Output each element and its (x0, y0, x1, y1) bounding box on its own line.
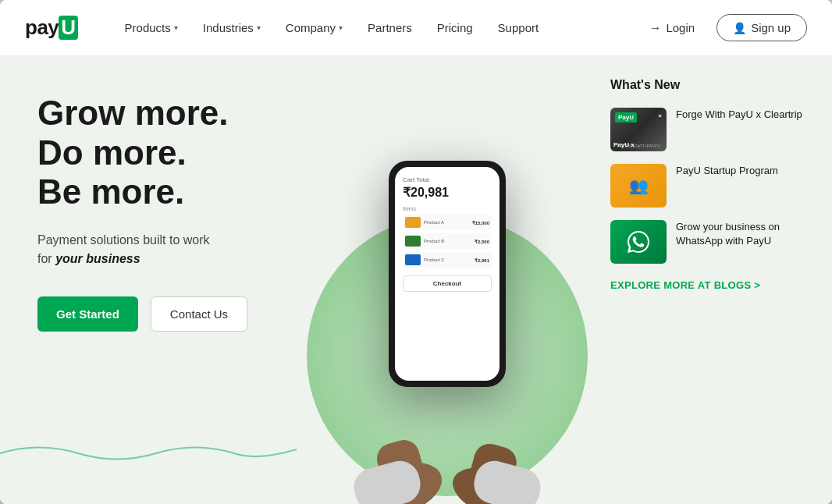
phone-item-2: Product B ₹2,500 (403, 233, 492, 249)
navbar: payU Products ▾ Industries ▾ Company ▾ P… (0, 0, 832, 56)
nav-actions: → Login 👤 Sign up (636, 14, 807, 41)
nav-item-partners[interactable]: Partners (358, 15, 421, 41)
chevron-down-icon: ▾ (174, 23, 178, 32)
contact-us-button[interactable]: Contact Us (151, 296, 247, 332)
news-item-1[interactable]: PayU × #FORGEWITHPAYU Forge With PayU x … (610, 108, 813, 151)
person-icon: 👤 (733, 22, 746, 34)
nav-item-industries[interactable]: Industries ▾ (194, 15, 270, 41)
nav-item-products[interactable]: Products ▾ (116, 15, 187, 41)
whats-new-title: What's New (610, 78, 813, 92)
logo-pay: pay (25, 16, 59, 39)
nav-item-support[interactable]: Support (489, 15, 549, 41)
news-item-3[interactable]: Grow your business on WhatsApp with PayU (610, 220, 813, 264)
news-thumb-1: PayU × #FORGEWITHPAYU (610, 108, 667, 151)
hero-subtext: Payment solutions built to work for your… (37, 231, 265, 268)
news-thumb-2: 👥 (610, 164, 667, 208)
chevron-down-icon: ▾ (257, 23, 261, 32)
right-section: What's New PayU × #FORGEWITHPAYU Forge W… (598, 56, 832, 504)
get-started-button[interactable]: Get Started (37, 296, 138, 332)
login-icon: → (649, 21, 661, 35)
explore-blogs-link[interactable]: EXPLORE MORE AT BLOGS > (610, 279, 813, 291)
hero-headline: Grow more. Do more. Be more. (37, 94, 265, 212)
wave-decoration (0, 434, 297, 465)
phone-item-3: Product C ₹2,981 (403, 252, 492, 268)
news-item-2[interactable]: 👥 PayU Startup Program (610, 164, 813, 208)
cart-amount: ₹20,981 (403, 185, 492, 200)
nav-links: Products ▾ Industries ▾ Company ▾ Partne… (116, 15, 637, 41)
whatsapp-icon (626, 229, 651, 254)
logo[interactable]: payU (25, 16, 78, 40)
signup-button[interactable]: 👤 Sign up (716, 14, 807, 41)
login-button[interactable]: → Login (636, 15, 707, 41)
news-thumb-3 (610, 220, 667, 264)
news-text-2: PayU Startup Program (676, 164, 778, 178)
browser-window: payU Products ▾ Industries ▾ Company ▾ P… (0, 0, 832, 504)
logo-u: U (59, 16, 77, 40)
news-text-1: Forge With PayU x Cleartrip (676, 108, 802, 122)
chevron-down-icon: ▾ (339, 23, 343, 32)
center-section: Cart Total ₹20,981 Items Product A ₹15,0… (297, 56, 598, 504)
left-section: Grow more. Do more. Be more. Payment sol… (0, 56, 297, 504)
news-text-3: Grow your business on WhatsApp with PayU (676, 220, 813, 248)
cart-total-label: Cart Total (403, 176, 492, 183)
hands-svg (322, 364, 572, 504)
checkout-button[interactable]: Checkout (403, 275, 492, 292)
items-label: Items (403, 206, 492, 211)
nav-item-pricing[interactable]: Pricing (428, 15, 482, 41)
phone-item-1: Product A ₹15,000 (403, 215, 492, 230)
main-content: Grow more. Do more. Be more. Payment sol… (0, 56, 832, 504)
phone-mockup: Cart Total ₹20,981 Items Product A ₹15,0… (389, 161, 506, 387)
nav-item-company[interactable]: Company ▾ (276, 15, 352, 41)
cta-buttons: Get Started Contact Us (37, 296, 265, 332)
